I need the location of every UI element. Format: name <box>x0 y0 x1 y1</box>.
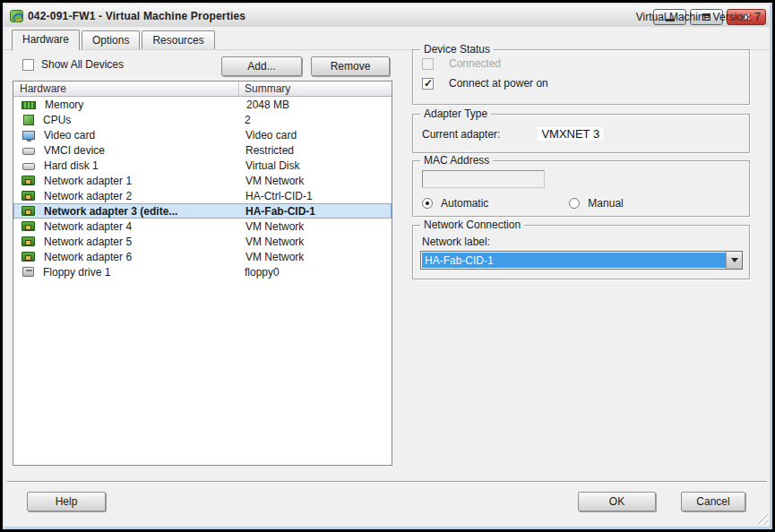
footer-divider <box>7 481 767 483</box>
adapter-type-title: Adapter Type <box>420 107 491 120</box>
vmware-app-icon <box>10 10 23 22</box>
mac-address-field[interactable] <box>422 170 545 188</box>
automatic-radio-label[interactable]: Automatic <box>441 197 488 210</box>
hardware-label: Network adapter 1 <box>35 175 239 187</box>
hardware-summary: HA-Fab-CID-1 <box>239 205 391 218</box>
hardware-summary: floppy0 <box>238 266 391 279</box>
device-status-group: Device Status Connected Connect at power… <box>412 49 750 105</box>
network-adapter-icon <box>22 236 35 246</box>
resize-grip[interactable] <box>755 512 768 525</box>
window-frame: 042-091-FW1 - Virtual Machine Properties… <box>3 3 772 529</box>
connect-at-power-on-label: Connect at power on <box>449 77 548 90</box>
show-all-devices-checkbox[interactable]: Show All Devices <box>22 58 124 71</box>
table-row[interactable]: Network adapter 1VM Network <box>13 173 392 188</box>
show-all-devices-label: Show All Devices <box>41 58 124 71</box>
network-label-selected-value: HA-Fab-CID-1 <box>422 253 726 268</box>
dropdown-button[interactable] <box>726 252 742 269</box>
hardware-label: VMCI device <box>35 144 239 157</box>
vm-version-label: Virtual Machine Version: 7 <box>636 11 761 23</box>
hardware-summary: HA-Ctrl-CID-1 <box>239 190 391 202</box>
hardware-label: Network adapter 2 <box>35 190 239 202</box>
memory-icon <box>22 101 36 109</box>
hardware-label: Floppy drive 1 <box>34 266 238 279</box>
hardware-label: Memory <box>36 99 240 111</box>
network-adapter-icon <box>22 252 35 262</box>
table-row[interactable]: CPUs2 <box>13 112 392 127</box>
cpu-icon <box>23 115 34 125</box>
cancel-button[interactable]: Cancel <box>681 492 745 511</box>
manual-radio-label[interactable]: Manual <box>588 197 623 210</box>
hardware-label: Network adapter 4 <box>35 220 239 233</box>
add-button[interactable]: Add... <box>221 56 302 76</box>
table-row[interactable]: Network adapter 5VM Network <box>13 234 392 249</box>
network-adapter-icon <box>22 176 35 185</box>
table-row[interactable]: VMCI deviceRestricted <box>13 142 392 158</box>
table-row[interactable]: Network adapter 6VM Network <box>13 249 392 264</box>
current-adapter-value: VMXNET 3 <box>538 127 603 141</box>
connected-label: Connected <box>449 57 501 70</box>
device-status-title: Device Status <box>420 43 494 56</box>
hardware-summary: 2 <box>238 114 391 126</box>
network-adapter-icon <box>22 221 35 231</box>
table-row[interactable]: Network adapter 4VM Network <box>13 219 392 234</box>
hardware-label: Network adapter 6 <box>35 251 239 263</box>
mac-address-title: MAC Address <box>420 154 493 167</box>
table-row[interactable]: Memory2048 MB <box>13 97 392 112</box>
window-title: 042-091-FW1 - Virtual Machine Properties <box>28 10 245 22</box>
chevron-down-icon <box>731 258 738 262</box>
hardware-summary: VM Network <box>239 251 391 263</box>
connect-at-power-on-checkbox[interactable]: Connect at power on <box>422 77 749 90</box>
hardware-list-header: Hardware Summary <box>13 82 392 97</box>
hardware-summary: 2048 MB <box>240 99 391 111</box>
hardware-label: CPUs <box>34 114 238 126</box>
manual-radio[interactable] <box>569 198 580 209</box>
video-card-icon <box>22 131 35 140</box>
tab-options[interactable]: Options <box>82 30 140 49</box>
hardware-summary: VM Network <box>239 220 391 233</box>
hardware-label: Network adapter 5 <box>35 236 239 248</box>
tab-resources[interactable]: Resources <box>142 30 214 49</box>
floppy-drive-icon <box>22 267 34 277</box>
show-all-devices-box[interactable] <box>22 59 34 71</box>
table-row[interactable]: Hard disk 1Virtual Disk <box>13 158 392 173</box>
tab-hardware[interactable]: Hardware <box>12 30 80 50</box>
hardware-list: Hardware Summary Memory2048 MBCPUs2Video… <box>13 81 392 466</box>
network-connection-title: Network Connection <box>420 219 524 231</box>
hardware-summary: Video card <box>239 129 391 142</box>
vmci-device-icon <box>22 148 35 155</box>
mac-address-group: MAC Address Automatic Manual <box>412 160 750 217</box>
column-header-hardware[interactable]: Hardware <box>13 82 239 96</box>
table-row[interactable]: Video cardVideo card <box>13 127 392 142</box>
tab-strip: Hardware Options Resources <box>4 27 770 50</box>
hard-disk-icon <box>22 163 35 170</box>
current-adapter-label: Current adapter: <box>422 128 500 141</box>
network-label-dropdown[interactable]: HA-Fab-CID-1 <box>420 251 743 270</box>
remove-button[interactable]: Remove <box>311 56 390 76</box>
ok-button[interactable]: OK <box>578 492 656 511</box>
hardware-label: Video card <box>35 129 239 142</box>
adapter-type-group: Adapter Type Current adapter: VMXNET 3 <box>412 114 750 153</box>
network-adapter-icon <box>22 191 35 201</box>
hardware-summary: VM Network <box>239 175 391 187</box>
connect-at-power-on-box[interactable] <box>422 78 434 90</box>
network-connection-group: Network Connection Network label: HA-Fab… <box>412 225 750 279</box>
hardware-rows: Memory2048 MBCPUs2Video cardVideo cardVM… <box>13 97 392 279</box>
connected-box <box>422 58 434 70</box>
column-header-summary[interactable]: Summary <box>239 82 392 96</box>
network-adapter-icon <box>22 206 35 216</box>
hardware-summary: VM Network <box>239 236 391 248</box>
hardware-summary: Restricted <box>239 144 391 157</box>
automatic-radio[interactable] <box>422 198 433 209</box>
hardware-label: Network adapter 3 (edite... <box>35 205 239 218</box>
help-button[interactable]: Help <box>27 492 106 511</box>
connected-checkbox: Connected <box>422 57 749 70</box>
table-row[interactable]: Network adapter 3 (edite...HA-Fab-CID-1 <box>13 203 392 219</box>
hardware-summary: Virtual Disk <box>239 159 391 172</box>
hardware-label: Hard disk 1 <box>35 159 239 172</box>
vm-properties-window: 042-091-FW1 - Virtual Machine Properties… <box>0 0 775 532</box>
table-row[interactable]: Floppy drive 1floppy0 <box>13 264 392 279</box>
table-row[interactable]: Network adapter 2HA-Ctrl-CID-1 <box>13 188 392 203</box>
network-label-caption: Network label: <box>422 236 490 248</box>
